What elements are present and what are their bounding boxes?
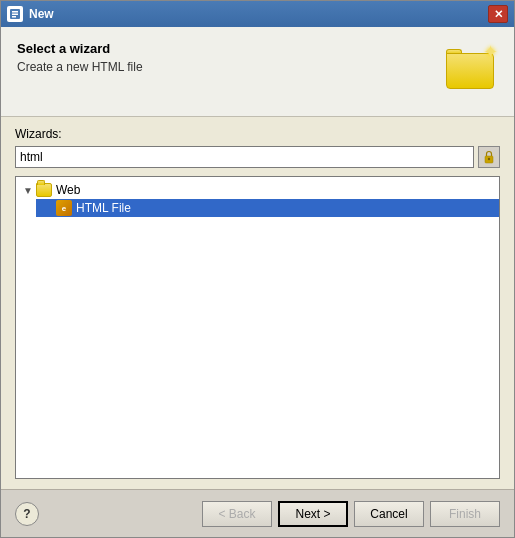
bottom-right: < Back Next > Cancel Finish	[202, 501, 500, 527]
header-icon: ✦	[446, 41, 498, 93]
expand-toggle-web[interactable]: ▼	[20, 182, 36, 198]
finish-button[interactable]: Finish	[430, 501, 500, 527]
header-title: Select a wizard	[17, 41, 143, 56]
title-bar: New ✕	[1, 1, 514, 27]
title-bar-icon	[7, 6, 23, 22]
search-row	[15, 146, 500, 168]
search-clear-button[interactable]	[478, 146, 500, 168]
bottom-left: ?	[15, 502, 39, 526]
search-input[interactable]	[15, 146, 474, 168]
help-button[interactable]: ?	[15, 502, 39, 526]
bottom-bar: ? < Back Next > Cancel Finish	[1, 489, 514, 537]
close-button[interactable]: ✕	[488, 5, 508, 23]
tree-node-label-web: Web	[56, 183, 80, 197]
svg-rect-2	[12, 14, 18, 16]
svg-point-5	[488, 158, 490, 160]
html-file-icon: e	[56, 200, 72, 216]
tree-node-web[interactable]: ▼ Web	[16, 181, 499, 199]
folder-icon-web	[36, 183, 52, 197]
cancel-button[interactable]: Cancel	[354, 501, 424, 527]
svg-rect-3	[12, 16, 16, 18]
next-button[interactable]: Next >	[278, 501, 348, 527]
tree-toggle-html	[40, 200, 56, 216]
tree-node-label-html: HTML File	[76, 201, 131, 215]
title-bar-title: New	[29, 7, 488, 21]
dialog-window: New ✕ Select a wizard Create a new HTML …	[0, 0, 515, 538]
header-section: Select a wizard Create a new HTML file ✦	[1, 27, 514, 117]
body-section: Wizards: ▼ Web	[1, 117, 514, 489]
wizards-label: Wizards:	[15, 127, 500, 141]
sparkle-icon: ✦	[483, 41, 498, 63]
header-text: Select a wizard Create a new HTML file	[17, 41, 143, 74]
content-area: Select a wizard Create a new HTML file ✦…	[1, 27, 514, 537]
lock-icon	[482, 150, 496, 164]
back-button[interactable]: < Back	[202, 501, 272, 527]
svg-rect-1	[12, 11, 18, 13]
header-subtitle: Create a new HTML file	[17, 60, 143, 74]
tree-node-html-file[interactable]: e HTML File	[36, 199, 499, 217]
tree-container: ▼ Web e HTML File	[15, 176, 500, 479]
